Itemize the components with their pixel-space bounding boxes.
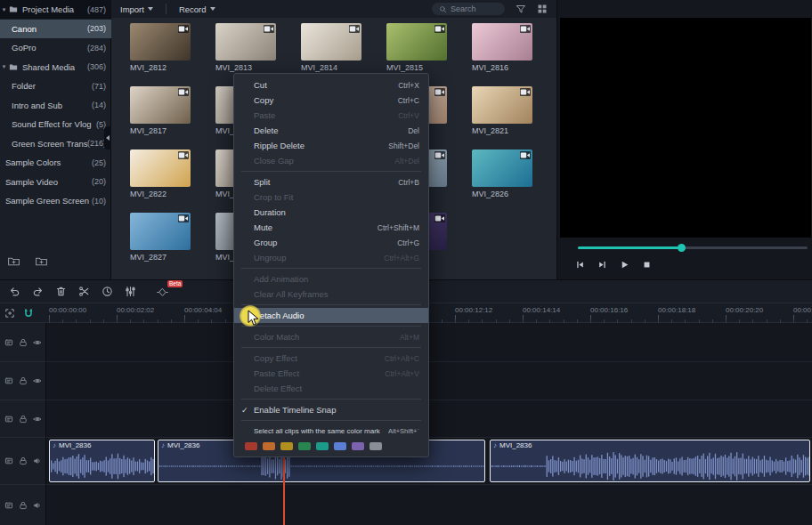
menu-item-shortcut: Ctrl+Alt+V	[378, 369, 419, 378]
timeline-track-video-2[interactable]	[46, 362, 812, 400]
media-item[interactable]: MVI_2826	[472, 149, 543, 198]
sidebar-item-project-media[interactable]: ▾Project Media(487)	[0, 0, 111, 19]
color-swatch[interactable]	[263, 442, 275, 450]
color-swatch[interactable]	[352, 442, 364, 450]
import-button[interactable]: Import	[120, 4, 153, 14]
undo-icon[interactable]	[9, 286, 20, 297]
new-folder-button[interactable]	[7, 255, 20, 267]
media-item-name: MVI_2822	[130, 190, 201, 198]
eye-icon[interactable]	[33, 338, 42, 347]
seek-bar[interactable]	[578, 246, 808, 249]
track-options-icon[interactable]	[4, 456, 13, 465]
filmora-app: ▾Project Media(487)Canon(203)GoPro(284)▾…	[0, 0, 812, 525]
menu-item-delete[interactable]: DeleteDel	[234, 123, 428, 138]
track-header	[0, 323, 45, 362]
speaker-icon[interactable]	[33, 456, 42, 465]
timeline-track-video-3[interactable]	[46, 400, 812, 438]
menu-item-select-all-clips-with-the-same-color-mark[interactable]: Select all clips with the same color mar…	[234, 424, 428, 439]
media-item[interactable]: MVI_2817	[130, 86, 201, 135]
track-options-icon[interactable]	[4, 338, 13, 347]
menu-item-enable-timeline-snap[interactable]: ✓Enable Timeline Snap	[234, 402, 428, 417]
seek-knob[interactable]	[678, 244, 686, 252]
frame-icon[interactable]	[4, 308, 15, 319]
menu-item-shortcut: Alt+Shift+`	[381, 427, 419, 435]
sidebar-item-shared-media[interactable]: ▾Shared Media(306)	[0, 58, 111, 77]
menu-item-mute[interactable]: MuteCtrl+Shift+M	[234, 220, 428, 235]
previous-frame-button[interactable]	[575, 260, 585, 270]
media-item[interactable]: MVI_2812	[130, 23, 201, 72]
menu-item-label: Split	[254, 177, 270, 187]
sidebar-item-intro-and-sub[interactable]: Intro and Sub(14)	[0, 96, 111, 115]
sidebar-item-canon[interactable]: Canon(203)	[0, 20, 111, 38]
sidebar-item-sample-colors[interactable]: Sample Colors(25)	[0, 153, 111, 172]
menu-item-detach-audio[interactable]: Detach Audio	[234, 308, 428, 323]
redo-icon[interactable]	[32, 286, 44, 297]
track-options-icon[interactable]	[4, 415, 13, 424]
sidebar-collapse-handle[interactable]	[104, 126, 111, 149]
split-icon[interactable]	[78, 286, 90, 297]
media-item[interactable]: MVI_2816	[472, 23, 543, 72]
eye-icon[interactable]	[33, 415, 42, 424]
search-input[interactable]: Search	[432, 3, 505, 15]
media-thumbnail	[130, 23, 191, 61]
sidebar-item-gopro[interactable]: GoPro(284)	[0, 38, 111, 57]
menu-item-group[interactable]: GroupCtrl+G	[234, 235, 428, 250]
delete-icon[interactable]	[55, 286, 67, 297]
color-swatch[interactable]	[280, 442, 293, 450]
lock-icon[interactable]	[19, 376, 28, 385]
timeline-clip[interactable]: ♪MVI_2836	[49, 440, 155, 482]
media-item[interactable]: MVI_2813	[215, 23, 287, 72]
filter-icon[interactable]	[516, 4, 526, 14]
new-shared-folder-button[interactable]	[35, 255, 48, 267]
menu-item-cut[interactable]: CutCtrl+X	[234, 77, 428, 93]
sidebar-item-folder[interactable]: Folder(71)	[0, 77, 111, 95]
menu-item-split[interactable]: SplitCtrl+B	[234, 174, 428, 190]
track-header	[0, 400, 45, 438]
media-item-name: MVI_2814	[301, 63, 372, 72]
menu-separator	[241, 171, 421, 172]
sidebar-item-sample-video[interactable]: Sample Video(20)	[0, 173, 111, 191]
sidebar-item-green-screen-trans[interactable]: Green Screen Trans(216)	[0, 134, 111, 153]
timeline-track-audio-5[interactable]	[46, 485, 812, 525]
menu-item-ripple-delete[interactable]: Ripple DeleteShift+Del	[234, 138, 428, 153]
speaker-icon[interactable]	[33, 501, 42, 510]
color-swatch[interactable]	[298, 442, 311, 450]
media-item[interactable]: MVI_2814	[301, 23, 372, 72]
magnet-icon[interactable]	[23, 308, 34, 319]
media-item[interactable]: MVI_2827	[130, 213, 201, 262]
sidebar-item-sound-effect-for-vlog[interactable]: Sound Effect for Vlog(5)	[0, 115, 111, 133]
media-item[interactable]: MVI_2821	[472, 86, 543, 135]
color-swatch[interactable]	[334, 442, 346, 450]
speed-icon[interactable]	[102, 286, 113, 297]
record-button[interactable]: Record	[179, 4, 215, 14]
track-options-icon[interactable]	[4, 376, 13, 385]
sidebar-item-sample-green-screen[interactable]: Sample Green Screen(10)	[0, 191, 111, 210]
color-swatch[interactable]	[245, 442, 257, 450]
media-item[interactable]: MVI_2815	[386, 23, 458, 72]
eye-icon[interactable]	[33, 376, 42, 385]
timeline-clip[interactable]: ♪MVI_2836	[490, 440, 810, 482]
menu-item-label: Cut	[254, 80, 267, 90]
next-frame-button[interactable]	[597, 260, 607, 270]
media-item[interactable]: MVI_2822	[130, 149, 201, 198]
color-swatch[interactable]	[316, 442, 329, 450]
lock-icon[interactable]	[19, 338, 28, 347]
menu-item-label: Detach Audio	[254, 311, 304, 320]
track-options-icon[interactable]	[4, 501, 13, 510]
lock-icon[interactable]	[19, 456, 28, 465]
color-swatch[interactable]	[369, 442, 382, 450]
timeline-ruler[interactable]: 00:00:00:0000:00:02:0200:00:04:0400:00:0…	[46, 303, 812, 323]
menu-item-duration[interactable]: Duration	[234, 205, 428, 220]
play-button[interactable]	[620, 260, 629, 270]
menu-item-copy[interactable]: CopyCtrl+C	[234, 93, 428, 108]
timeline-track-video-1[interactable]	[46, 323, 812, 362]
lock-icon[interactable]	[19, 501, 28, 510]
keyframe-tool-button[interactable]: Beta	[157, 285, 180, 299]
view-grid-icon[interactable]	[537, 4, 548, 14]
menu-item-label: Add Animation	[254, 274, 308, 284]
lock-icon[interactable]	[19, 415, 28, 424]
stop-button[interactable]	[642, 260, 652, 270]
color-mark-swatches	[234, 439, 428, 453]
audio-mixer-icon[interactable]	[125, 286, 136, 297]
sidebar-item-count: (487)	[87, 5, 106, 14]
